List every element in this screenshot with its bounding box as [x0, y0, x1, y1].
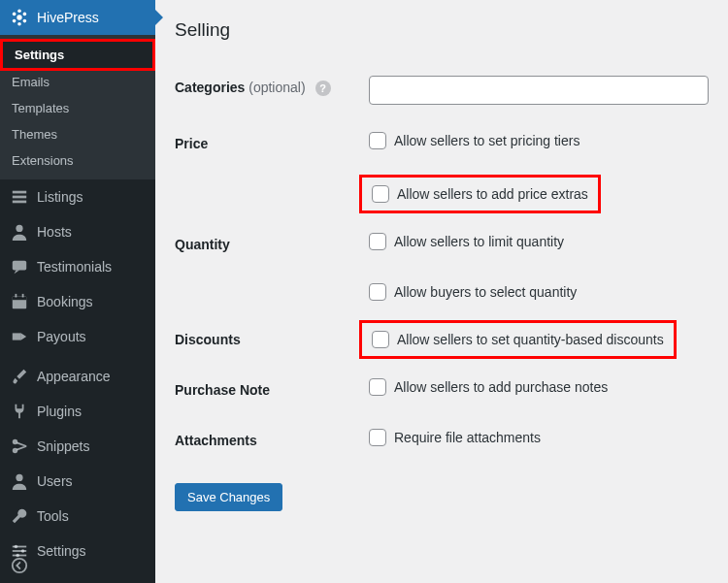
check-label: Allow sellers to limit quantity [394, 234, 564, 249]
scissors-icon [10, 437, 29, 456]
sidebar-item-appearance[interactable]: Appearance [0, 359, 155, 394]
check-price-extras[interactable]: Allow sellers to add price extras [372, 185, 588, 203]
row-label-categories: Categories (optional) ? [175, 62, 369, 118]
check-label: Allow buyers to select quantity [394, 284, 577, 300]
sidebar-item-label: Testimonials [37, 259, 112, 275]
svg-point-19 [16, 474, 22, 481]
sidebar-item-label: Listings [37, 189, 83, 205]
check-quantity-discounts[interactable]: Allow sellers to set quantity-based disc… [372, 331, 664, 348]
sidebar-sub-emails[interactable]: Emails [0, 69, 155, 95]
svg-rect-16 [13, 333, 21, 340]
sidebar-item-snippets[interactable]: Snippets [0, 429, 155, 464]
testimonial-icon [10, 257, 29, 276]
optional-marker: (optional) [248, 80, 305, 95]
sidebar-item-label: Appearance [37, 369, 111, 384]
users-icon [10, 471, 29, 491]
svg-rect-15 [22, 294, 24, 298]
list-icon [10, 187, 29, 207]
row-label-discounts: Discounts [175, 314, 369, 365]
wrench-icon [10, 506, 29, 526]
checkbox-file-attachments[interactable] [369, 429, 386, 446]
check-label: Allow sellers to set quantity-based disc… [397, 332, 664, 347]
sidebar-submenu: Settings Emails Templates Themes Extensi… [0, 35, 155, 179]
sidebar-item-label: Payouts [37, 329, 86, 344]
sidebar-item-label: Bookings [37, 294, 93, 309]
svg-point-1 [13, 13, 17, 16]
sidebar-item-label: Users [37, 473, 73, 489]
checkbox-pricing-tiers[interactable] [369, 132, 386, 149]
svg-point-0 [17, 15, 21, 19]
svg-rect-14 [16, 294, 17, 298]
sidebar-item-label: Plugins [37, 404, 82, 419]
svg-rect-9 [13, 201, 26, 204]
hivepress-icon [10, 8, 29, 27]
row-label-quantity: Quantity [175, 219, 369, 270]
checkbox-select-quantity[interactable] [369, 283, 386, 301]
categories-input[interactable] [369, 76, 709, 105]
sidebar-top-label: HivePress [37, 10, 99, 25]
row-label-purchase-note: Purchase Note [175, 365, 369, 415]
admin-sidebar: HivePress Settings Emails Templates Them… [0, 0, 155, 583]
svg-point-5 [17, 9, 21, 13]
sidebar-item-testimonials[interactable]: Testimonials [0, 249, 155, 284]
sidebar-sub-themes[interactable]: Themes [0, 121, 155, 147]
settings-content: Selling Categories (optional) ? Price Al… [155, 0, 728, 583]
collapse-icon [10, 556, 29, 575]
page-title: Selling [175, 19, 709, 41]
svg-point-4 [23, 19, 27, 23]
svg-rect-11 [13, 261, 26, 271]
row-label-price: Price [175, 118, 369, 169]
svg-point-3 [13, 19, 17, 23]
checkbox-quantity-discounts[interactable] [372, 331, 389, 348]
help-icon[interactable]: ? [315, 81, 331, 96]
sidebar-item-plugins[interactable]: Plugins [0, 394, 155, 429]
row-label-attachments: Attachments [175, 415, 369, 466]
check-limit-quantity[interactable]: Allow sellers to limit quantity [369, 233, 709, 250]
collapse-menu[interactable] [0, 548, 155, 583]
sidebar-item-label: Hosts [37, 224, 72, 240]
svg-point-26 [13, 559, 26, 572]
payout-icon [10, 327, 29, 346]
sidebar-item-bookings[interactable]: Bookings [0, 284, 155, 319]
svg-point-10 [16, 225, 22, 232]
settings-form-table: Categories (optional) ? Price Allow sell… [175, 62, 709, 466]
sidebar-item-tools[interactable]: Tools [0, 499, 155, 534]
checkbox-limit-quantity[interactable] [369, 233, 386, 250]
brush-icon [10, 367, 29, 386]
sidebar-item-listings[interactable]: Listings [0, 179, 155, 214]
check-pricing-tiers[interactable]: Allow sellers to set pricing tiers [369, 132, 709, 149]
check-file-attachments[interactable]: Require file attachments [369, 429, 709, 446]
sidebar-item-payouts[interactable]: Payouts [0, 319, 155, 354]
sidebar-sub-templates[interactable]: Templates [0, 95, 155, 121]
svg-point-6 [17, 22, 21, 26]
checkbox-purchase-notes[interactable] [369, 378, 386, 396]
plug-icon [10, 402, 29, 421]
sidebar-item-label: Snippets [37, 438, 89, 454]
sidebar-item-users[interactable]: Users [0, 464, 155, 499]
sidebar-sub-settings[interactable]: Settings [0, 39, 155, 71]
user-icon [10, 222, 29, 242]
sidebar-item-hosts[interactable]: Hosts [0, 214, 155, 249]
sidebar-top-hivepress[interactable]: HivePress [0, 0, 155, 35]
check-purchase-notes[interactable]: Allow sellers to add purchase notes [369, 378, 709, 396]
checkbox-price-extras[interactable] [372, 185, 389, 203]
check-label: Allow sellers to add purchase notes [394, 379, 608, 395]
check-label: Allow sellers to set pricing tiers [394, 133, 579, 148]
save-button[interactable]: Save Changes [175, 483, 282, 511]
svg-rect-13 [13, 297, 26, 301]
check-label: Allow sellers to add price extras [397, 186, 588, 202]
calendar-icon [10, 292, 29, 311]
sidebar-item-label: Tools [37, 508, 69, 524]
svg-rect-7 [13, 191, 26, 194]
svg-point-2 [23, 13, 27, 16]
svg-rect-8 [13, 196, 26, 199]
check-select-quantity[interactable]: Allow buyers to select quantity [369, 283, 709, 301]
sidebar-sub-extensions[interactable]: Extensions [0, 147, 155, 174]
check-label: Require file attachments [394, 430, 541, 445]
